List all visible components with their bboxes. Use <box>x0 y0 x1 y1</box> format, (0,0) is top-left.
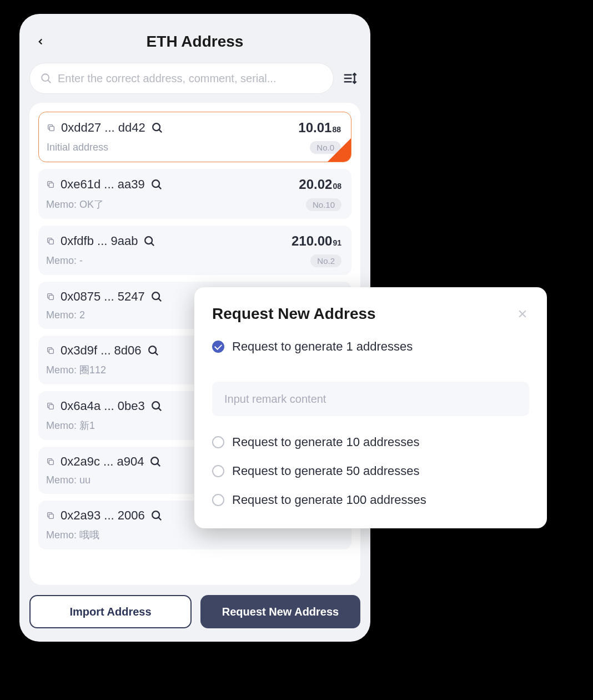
memo-text: Memo: 圈112 <box>46 363 106 377</box>
sort-button[interactable] <box>340 68 360 88</box>
svg-rect-26 <box>49 514 53 518</box>
option-row[interactable]: Request to generate 1 addresses <box>212 339 529 354</box>
address-row-top: 0xdd27 ... dd4210.0188 <box>47 120 341 136</box>
address-row-bottom: Initial addressNo.0 <box>47 141 341 154</box>
address-text: 0xfdfb ... 9aab <box>61 234 138 248</box>
copy-icon[interactable] <box>46 292 55 301</box>
radio-button[interactable] <box>212 341 224 353</box>
back-button[interactable] <box>34 35 47 48</box>
svg-point-27 <box>152 511 159 518</box>
copy-icon[interactable] <box>46 180 55 189</box>
memo-text: Memo: OK了 <box>46 198 104 211</box>
svg-rect-20 <box>49 404 53 409</box>
address-text: 0x6a4a ... 0be3 <box>61 399 145 413</box>
search-icon[interactable] <box>150 178 163 191</box>
address-text: 0xdd27 ... dd42 <box>61 121 145 135</box>
search-row <box>29 63 360 103</box>
balance-value: 20.0208 <box>299 177 341 192</box>
svg-rect-5 <box>49 126 54 131</box>
option-label: Request to generate 10 addresses <box>232 435 420 449</box>
copy-icon[interactable] <box>46 402 55 411</box>
svg-line-25 <box>158 464 160 467</box>
search-box[interactable] <box>29 63 334 94</box>
svg-point-6 <box>153 123 160 131</box>
address-row-bottom: Memo: 哦哦 <box>46 528 341 542</box>
address-card[interactable]: 0xdd27 ... dd4210.0188Initial addressNo.… <box>38 112 351 162</box>
address-text: 0xe61d ... aa39 <box>61 177 145 192</box>
radio-button[interactable] <box>212 436 224 448</box>
close-button[interactable] <box>516 307 529 321</box>
svg-rect-11 <box>49 239 53 244</box>
svg-line-7 <box>159 130 162 133</box>
copy-icon[interactable] <box>46 511 55 520</box>
remark-input[interactable] <box>212 382 529 416</box>
radio-button[interactable] <box>212 494 224 506</box>
svg-point-21 <box>152 402 159 409</box>
address-row-top: 0xfdfb ... 9aab210.0091 <box>46 233 341 249</box>
search-icon[interactable] <box>147 344 159 357</box>
index-badge: No.2 <box>310 254 341 267</box>
svg-point-15 <box>152 292 159 299</box>
address-card[interactable]: 0xe61d ... aa3920.0208Memo: OK了No.10 <box>38 169 351 219</box>
option-label: Request to generate 100 addresses <box>232 493 426 507</box>
svg-rect-14 <box>49 295 53 299</box>
address-row-bottom: Memo: OK了No.10 <box>46 198 341 211</box>
svg-point-18 <box>149 346 156 353</box>
balance-value: 210.0091 <box>292 233 341 249</box>
request-new-address-modal: Request New Address Request to generate … <box>194 287 547 528</box>
address-text: 0x2a93 ... 2006 <box>61 508 145 523</box>
search-icon[interactable] <box>143 235 155 247</box>
svg-point-0 <box>42 74 49 81</box>
copy-icon[interactable] <box>47 123 56 132</box>
search-icon[interactable] <box>150 400 163 412</box>
option-row[interactable]: Request to generate 100 addresses <box>212 493 529 507</box>
modal-header: Request New Address <box>212 305 529 323</box>
search-icon[interactable] <box>149 456 162 468</box>
svg-line-28 <box>158 518 161 521</box>
index-badge: No.10 <box>306 198 341 211</box>
svg-line-13 <box>152 243 154 246</box>
memo-text: Memo: - <box>46 255 83 267</box>
option-row[interactable]: Request to generate 50 addresses <box>212 464 529 478</box>
copy-icon[interactable] <box>46 457 55 466</box>
memo-text: Memo: uu <box>46 474 91 486</box>
option-list: Request to generate 1 addressesRequest t… <box>212 339 529 507</box>
address-text: 0x0875 ... 5247 <box>61 289 145 304</box>
radio-button[interactable] <box>212 465 224 477</box>
option-row[interactable]: Request to generate 10 addresses <box>212 435 529 449</box>
option-label: Request to generate 1 addresses <box>232 339 413 354</box>
memo-text: Memo: 哦哦 <box>46 528 99 542</box>
memo-text: Memo: 新1 <box>46 419 95 432</box>
memo-text: Initial address <box>47 142 108 153</box>
address-row-bottom: Memo: -No.2 <box>46 254 341 267</box>
svg-line-19 <box>155 353 158 356</box>
svg-line-22 <box>158 408 161 411</box>
address-row-top: 0xe61d ... aa3920.0208 <box>46 177 341 192</box>
balance-value: 10.0188 <box>298 120 341 136</box>
request-new-address-button[interactable]: Request New Address <box>200 595 360 628</box>
import-address-button[interactable]: Import Address <box>29 595 192 628</box>
svg-line-1 <box>48 81 51 83</box>
selected-corner-indicator <box>328 138 351 162</box>
svg-rect-17 <box>49 349 53 353</box>
svg-rect-23 <box>49 460 53 464</box>
address-text: 0x2a9c ... a904 <box>61 454 144 469</box>
header: ETH Address <box>29 24 360 63</box>
bottom-bar: Import Address Request New Address <box>29 585 360 642</box>
modal-title: Request New Address <box>212 305 376 323</box>
svg-point-24 <box>152 457 159 464</box>
search-icon[interactable] <box>150 509 163 522</box>
svg-point-9 <box>152 180 159 187</box>
address-text: 0x3d9f ... 8d06 <box>61 343 142 358</box>
svg-line-16 <box>158 299 161 302</box>
memo-text: Memo: 2 <box>46 309 85 321</box>
copy-icon[interactable] <box>46 346 55 355</box>
search-input[interactable] <box>58 72 323 85</box>
svg-point-12 <box>145 237 153 244</box>
copy-icon[interactable] <box>46 237 55 246</box>
svg-rect-8 <box>49 183 53 187</box>
search-icon[interactable] <box>151 122 163 134</box>
search-icon[interactable] <box>150 291 163 303</box>
option-label: Request to generate 50 addresses <box>232 464 420 478</box>
address-card[interactable]: 0xfdfb ... 9aab210.0091Memo: -No.2 <box>38 226 351 275</box>
